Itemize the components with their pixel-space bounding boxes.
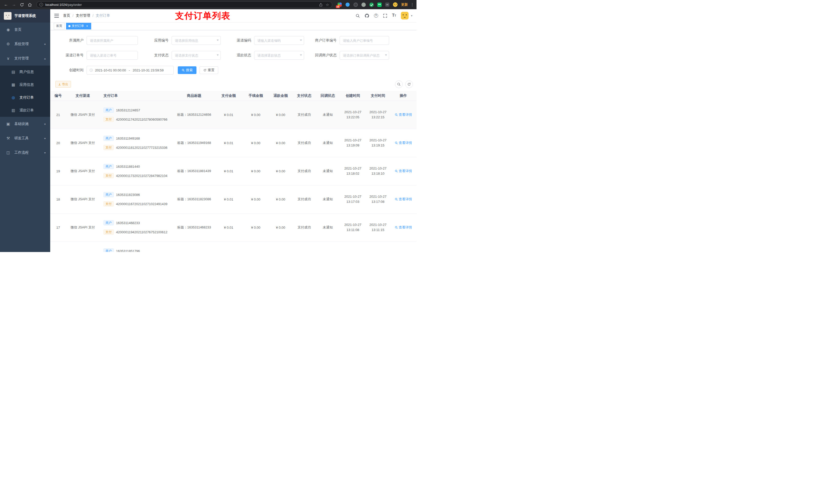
export-button[interactable]: 导出 bbox=[55, 81, 71, 88]
merchant-order-no: 1635311949168 bbox=[116, 137, 140, 140]
merchant-order-line: 商户 1635312124657 bbox=[103, 107, 174, 113]
view-detail-link[interactable]: 查看详情 bbox=[395, 225, 412, 230]
table-toolbar: 导出 bbox=[50, 81, 416, 88]
extension-gray-circle-icon[interactable] bbox=[361, 2, 366, 7]
sidebar-item-refund-order[interactable]: ▥ 退款订单 bbox=[0, 104, 50, 117]
avatar[interactable] bbox=[401, 12, 409, 20]
chevron-down-icon[interactable]: ▾ bbox=[411, 14, 412, 18]
active-tag-dot bbox=[68, 25, 70, 27]
pay-channel: 微信 JSAPI 支付 bbox=[70, 113, 95, 117]
refresh-button[interactable] bbox=[405, 80, 413, 88]
product-title: 标题：1635311949168 bbox=[177, 141, 211, 145]
channel-code-filter-select[interactable] bbox=[254, 36, 304, 45]
sidebar-item-app-info[interactable]: ▦ 应用信息 bbox=[0, 78, 50, 91]
app-filter-select[interactable] bbox=[172, 36, 221, 45]
merchant-filter-input[interactable] bbox=[87, 36, 138, 45]
channel-order-no-filter-input[interactable] bbox=[87, 51, 138, 60]
monitor-icon: ▣ bbox=[5, 122, 11, 126]
tag-home[interactable]: 首页 bbox=[54, 23, 65, 29]
sidebar-item-home[interactable]: ◉ 首页 bbox=[0, 23, 50, 37]
extension-green-square-icon[interactable] bbox=[377, 2, 382, 7]
sidebar-item-pay-order[interactable]: ◎ 支付订单 bbox=[0, 91, 50, 104]
dashboard-icon: ◉ bbox=[5, 27, 11, 32]
content: 所属商户 应用编号 ▾ 渠道编码 ▾ 商户订单编号 bbox=[50, 30, 416, 252]
reset-button[interactable]: 重置 bbox=[199, 66, 218, 74]
pay-status-filter-label: 支付状态 bbox=[138, 53, 172, 57]
pay-order-line: 支付 4200001194202110276752100612 bbox=[103, 229, 174, 235]
breadcrumb-home[interactable]: 首页 bbox=[63, 13, 70, 18]
browser-back-icon[interactable]: ← bbox=[3, 1, 9, 8]
search-button[interactable]: 搜索 bbox=[178, 66, 196, 74]
pay-badge: 支付 bbox=[103, 117, 114, 122]
create-time-filter-label: 创建时间 bbox=[55, 68, 87, 72]
create-time-range-picker[interactable]: 2021-10-01 00:00:00 - 2021-10-31 23:59:5… bbox=[87, 66, 174, 74]
merchant-order-no-filter-input[interactable] bbox=[340, 36, 389, 45]
extension-emoji-icon[interactable] bbox=[393, 2, 398, 7]
sidebar-item-infra[interactable]: ▣ 基础设施 ▾ bbox=[0, 117, 50, 131]
fee-amount: ¥ 0.00 bbox=[251, 169, 260, 173]
extension-drop-icon[interactable] bbox=[345, 2, 350, 7]
sidebar-item-merchant-info[interactable]: ▤ 商户信息 bbox=[0, 66, 50, 78]
refund-status-filter-select[interactable] bbox=[254, 51, 304, 60]
notify-status: 未通知 bbox=[323, 113, 333, 117]
extension-dark-square-icon[interactable] bbox=[385, 2, 390, 7]
merchant-order-line: 商户 1635311823086 bbox=[103, 192, 174, 197]
col-header-notify: 回调状态 bbox=[315, 91, 340, 101]
browser-update-button[interactable]: 更新 bbox=[401, 2, 408, 7]
col-header-status: 支付状态 bbox=[293, 91, 315, 101]
yen-icon: ¥ bbox=[5, 56, 11, 61]
fullscreen-icon[interactable] bbox=[383, 14, 387, 18]
sidebar-logo[interactable]: 芋道管理系统 bbox=[0, 9, 50, 23]
page-title-annotation: 支付订单列表 bbox=[175, 10, 231, 21]
extension-green-check-icon[interactable] bbox=[369, 2, 374, 7]
close-icon[interactable]: × bbox=[85, 24, 89, 28]
hamburger-icon[interactable] bbox=[50, 9, 63, 22]
github-icon[interactable] bbox=[365, 14, 369, 18]
pay-time-cell: 2021-10-27 13:17:08 bbox=[366, 185, 390, 213]
tag-pay-order[interactable]: 支付订单 × bbox=[66, 23, 91, 29]
pay-order-line: 支付 4200001181202110277723215336 bbox=[103, 145, 174, 150]
create-time-cell: 2021-10-27 13:11:08 bbox=[340, 213, 366, 241]
address-bar[interactable]: i localhost:1024/pay/order ☆ bbox=[37, 1, 332, 8]
extension-dark-circle-icon[interactable] bbox=[353, 2, 358, 7]
breadcrumb-pay[interactable]: 支付管理 bbox=[76, 13, 90, 18]
sidebar-item-payment[interactable]: ¥ 支付管理 ▴ bbox=[0, 51, 50, 66]
callback-status-filter-select[interactable] bbox=[340, 51, 389, 60]
browser-reload-icon[interactable] bbox=[19, 1, 25, 8]
pay-amount: ¥ 0.01 bbox=[224, 225, 233, 230]
sidebar-item-devtools[interactable]: ⚒ 研发工具 ▾ bbox=[0, 131, 50, 145]
view-detail-link[interactable]: 查看详情 bbox=[395, 197, 412, 201]
sidebar-item-system[interactable]: ⚙ 系统管理 ▾ bbox=[0, 37, 50, 51]
view-detail-link[interactable]: 查看详情 bbox=[395, 169, 412, 173]
pay-badge: 支付 bbox=[103, 173, 114, 178]
toggle-search-button[interactable] bbox=[395, 80, 403, 88]
download-icon bbox=[58, 83, 61, 86]
view-detail-link[interactable]: 查看详情 bbox=[395, 141, 412, 145]
fee-amount: ¥ 0.00 bbox=[251, 113, 260, 117]
bookmark-star-icon[interactable]: ☆ bbox=[326, 3, 329, 7]
browser-home-icon[interactable] bbox=[26, 1, 33, 8]
refund-amount: ¥ 0.00 bbox=[276, 169, 285, 173]
site-info-icon[interactable]: i bbox=[40, 3, 43, 6]
channel-code-filter-label: 渠道编码 bbox=[221, 38, 254, 43]
sidebar-item-workflow[interactable]: ◫ 工作流程 ▾ bbox=[0, 145, 50, 160]
table-row: 19 微信 JSAPI 支付 商户 1635311881440 支付 42000… bbox=[50, 157, 416, 185]
help-icon[interactable]: ? bbox=[374, 14, 378, 18]
create-time-cell: 2021-10-27 13:19:09 bbox=[340, 129, 366, 157]
notify-status: 未通知 bbox=[323, 141, 333, 145]
notify-status: 未通知 bbox=[323, 225, 333, 229]
search-icon[interactable] bbox=[356, 14, 360, 18]
browser-forward-icon[interactable]: → bbox=[10, 1, 18, 8]
view-detail-link[interactable]: 查看详情 bbox=[395, 113, 412, 117]
pay-status-filter-select[interactable] bbox=[172, 51, 221, 60]
payment-submenu: ▤ 商户信息 ▦ 应用信息 ◎ 支付订单 ▥ 退款订单 bbox=[0, 66, 50, 117]
extension-grid-icon[interactable]: 10 bbox=[337, 2, 342, 7]
orders-table: 编号 支付渠道 支付订单 商品标题 支付金额 手续金额 退款金额 支付状态 回调… bbox=[50, 91, 416, 252]
share-icon[interactable] bbox=[319, 3, 323, 7]
browser-menu-icon[interactable]: ⋮ bbox=[410, 2, 414, 7]
grid-icon: ▦ bbox=[10, 82, 16, 87]
font-size-icon[interactable]: TT bbox=[392, 13, 396, 18]
search-icon bbox=[395, 226, 398, 229]
app-frame: 芋道管理系统 ◉ 首页 ⚙ 系统管理 ▾ ¥ 支付管理 ▴ bbox=[0, 9, 416, 252]
col-header-id: 编号 bbox=[50, 91, 66, 101]
